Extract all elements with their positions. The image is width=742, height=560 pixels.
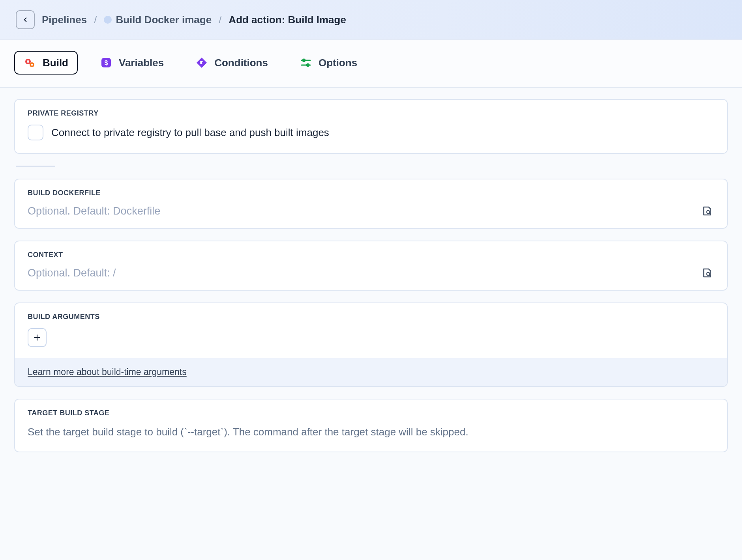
breadcrumb: Pipelines / Build Docker image / Add act… (42, 14, 346, 26)
context-browse-button[interactable] (701, 266, 714, 280)
dollar-sign-icon: $ (100, 56, 112, 69)
tab-variables[interactable]: $ Variables (90, 51, 173, 75)
breadcrumb-pipeline-label: Build Docker image (116, 14, 212, 26)
breadcrumb-separator: / (219, 14, 221, 26)
build-args-footer: Learn more about build-time arguments (15, 358, 727, 386)
context-card: CONTEXT (14, 241, 728, 291)
file-search-icon (702, 205, 714, 217)
svg-point-1 (27, 60, 29, 63)
target-stage-description: Set the target build stage to build (`--… (15, 424, 727, 452)
context-title: CONTEXT (15, 241, 727, 266)
if-icon: IF (195, 56, 208, 69)
breadcrumb-separator: / (94, 14, 97, 26)
tab-options-label: Options (319, 57, 357, 69)
tab-build-label: Build (43, 57, 68, 69)
content-area: PRIVATE REGISTRY Connect to private regi… (0, 88, 742, 463)
private-registry-label: Connect to private registry to pull base… (51, 127, 329, 139)
svg-point-3 (31, 64, 33, 66)
target-stage-title: TARGET BUILD STAGE (15, 399, 727, 424)
sliders-icon (300, 56, 312, 69)
plus-icon (33, 334, 41, 342)
dockerfile-browse-button[interactable] (701, 204, 714, 218)
svg-text:$: $ (105, 60, 108, 66)
tab-variables-label: Variables (119, 57, 164, 69)
tab-bar: Build $ Variables IF Conditions (0, 40, 742, 88)
breadcrumb-root[interactable]: Pipelines (42, 14, 87, 26)
build-args-card: BUILD ARGUMENTS Learn more about build-t… (14, 302, 728, 387)
svg-point-11 (307, 64, 309, 66)
chevron-left-icon (22, 16, 29, 23)
dockerfile-title: BUILD DOCKERFILE (15, 179, 727, 204)
tab-conditions-label: Conditions (214, 57, 268, 69)
target-stage-card: TARGET BUILD STAGE Set the target build … (14, 399, 728, 452)
dockerfile-input[interactable] (28, 205, 693, 217)
private-registry-card: PRIVATE REGISTRY Connect to private regi… (14, 99, 728, 154)
pipeline-status-dot-icon (104, 16, 112, 24)
section-divider (16, 166, 55, 167)
breadcrumb-pipeline[interactable]: Build Docker image (104, 14, 212, 26)
context-input[interactable] (28, 267, 693, 279)
gears-icon (24, 56, 36, 69)
svg-text:IF: IF (200, 61, 204, 65)
breadcrumb-current: Add action: Build Image (229, 14, 346, 26)
build-args-title: BUILD ARGUMENTS (15, 303, 727, 328)
learn-more-link[interactable]: Learn more about build-time arguments (28, 367, 187, 377)
add-argument-button[interactable] (28, 328, 47, 347)
file-search-icon (702, 267, 714, 279)
back-button[interactable] (16, 10, 35, 29)
tab-build[interactable]: Build (14, 51, 78, 75)
tab-conditions[interactable]: IF Conditions (186, 51, 277, 75)
header-bar: Pipelines / Build Docker image / Add act… (0, 0, 742, 40)
private-registry-checkbox[interactable] (28, 125, 43, 140)
svg-point-9 (303, 59, 305, 62)
private-registry-title: PRIVATE REGISTRY (15, 100, 727, 125)
tab-options[interactable]: Options (290, 51, 367, 75)
dockerfile-card: BUILD DOCKERFILE (14, 179, 728, 229)
